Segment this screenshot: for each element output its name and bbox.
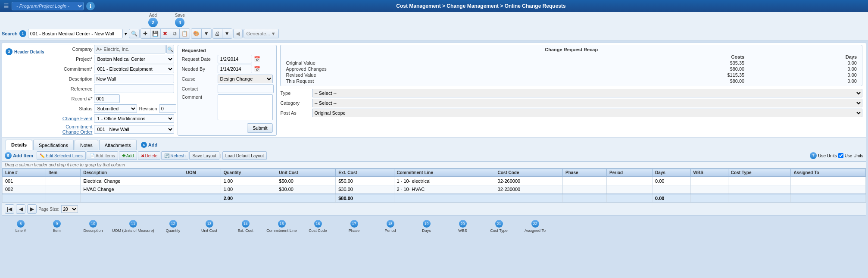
- save-btn[interactable]: 💾: [150, 29, 161, 38]
- cell-wbs[interactable]: [690, 177, 728, 185]
- save-button[interactable]: 4: [175, 18, 184, 27]
- add-items-btn[interactable]: 📄 Add Items: [87, 151, 118, 160]
- type-select[interactable]: -- Select --: [312, 89, 862, 97]
- col-header-phase[interactable]: Phase: [563, 169, 607, 177]
- tab-attachments[interactable]: Attachments: [99, 140, 137, 150]
- cell-phase[interactable]: [563, 185, 607, 194]
- change-event-select[interactable]: 1 - Office Modifications: [94, 114, 174, 123]
- menu-icon[interactable]: ☰: [3, 3, 9, 9]
- col-header-commitment-line[interactable]: Commitment Line: [394, 169, 495, 177]
- delete-btn[interactable]: ✖: [161, 29, 170, 38]
- cell-days[interactable]: 0.00: [652, 177, 690, 185]
- cell-commitment-line[interactable]: 2 - 10- HVAC: [394, 185, 495, 194]
- contact-input[interactable]: [218, 84, 274, 93]
- cell-item[interactable]: [46, 177, 81, 185]
- col-header-cost-type[interactable]: Cost Type: [728, 169, 791, 177]
- cell-ext-cost[interactable]: $30.00: [336, 185, 394, 194]
- use-units-checkbox[interactable]: [838, 153, 843, 158]
- col-header-assigned-to[interactable]: Assigned To: [791, 169, 866, 177]
- cell-period[interactable]: [607, 185, 653, 194]
- reference-input[interactable]: [94, 84, 174, 93]
- col-header-description[interactable]: Description: [81, 169, 183, 177]
- cell-cost-type[interactable]: [728, 177, 791, 185]
- col-header-uom[interactable]: UOM: [183, 169, 221, 177]
- col-header-period[interactable]: Period: [607, 169, 653, 177]
- request-date-cal-icon[interactable]: 📅: [254, 56, 260, 62]
- commitment-co-select[interactable]: 001 - New Wall: [94, 125, 174, 134]
- cell-cost-code[interactable]: 02-260000: [495, 177, 563, 185]
- cell-item[interactable]: [46, 185, 81, 194]
- cell-commitment-line[interactable]: 1 - 10- electrical: [394, 177, 495, 185]
- company-input[interactable]: [94, 45, 165, 53]
- paste-btn[interactable]: 📋: [180, 29, 190, 38]
- search-dropdown-arrow[interactable]: ▼: [124, 31, 128, 36]
- col-header-wbs[interactable]: WBS: [690, 169, 728, 177]
- cell-line-[interactable]: 002: [3, 185, 46, 194]
- needed-by-cal-icon[interactable]: 📅: [254, 66, 260, 72]
- post-as-select[interactable]: Original Scope: [312, 109, 862, 117]
- col-header-line-[interactable]: Line #: [3, 169, 46, 177]
- cell-cost-type[interactable]: [728, 185, 791, 194]
- cell-assigned-to[interactable]: [791, 177, 866, 185]
- cell-line-[interactable]: 001: [3, 177, 46, 185]
- col-header-item[interactable]: Item: [46, 169, 81, 177]
- color-btn[interactable]: 🎨: [191, 29, 202, 38]
- copy-btn[interactable]: ⧉: [170, 29, 180, 38]
- col-header-unit-cost[interactable]: Unit Cost: [276, 169, 336, 177]
- tab-specifications[interactable]: Specifications: [33, 140, 74, 150]
- cell-uom[interactable]: [183, 185, 221, 194]
- commitment-co-label[interactable]: Commitment Change Order: [49, 124, 92, 134]
- back-btn[interactable]: ◀: [233, 29, 243, 38]
- login-dropdown[interactable]: - Program/Project Login -: [12, 2, 84, 10]
- change-event-label[interactable]: Change Event: [49, 116, 92, 121]
- print-btn[interactable]: 🖨: [213, 29, 222, 38]
- cell-description[interactable]: Electrical Change: [81, 177, 183, 185]
- cell-unit-cost[interactable]: $50.00: [276, 177, 336, 185]
- generate-button[interactable]: Generate... ▼: [244, 29, 279, 38]
- cell-cost-code[interactable]: 02-230000: [495, 185, 563, 194]
- submit-button[interactable]: Submit: [247, 123, 273, 133]
- add-button[interactable]: 2: [148, 18, 158, 27]
- cell-quantity[interactable]: 1.00: [221, 177, 276, 185]
- col-header-days[interactable]: Days: [652, 169, 690, 177]
- cell-unit-cost[interactable]: $30.00: [276, 185, 336, 194]
- cause-select[interactable]: Design Change: [218, 75, 273, 83]
- revision-input[interactable]: [159, 104, 176, 113]
- print-dropdown-btn[interactable]: ▼: [222, 29, 232, 38]
- cell-quantity[interactable]: 1.00: [221, 185, 276, 194]
- tab-details[interactable]: Details: [6, 140, 32, 150]
- category-select[interactable]: -- Select --: [312, 99, 862, 107]
- cell-ext-cost[interactable]: $50.00: [336, 177, 394, 185]
- comment-textarea[interactable]: [218, 94, 273, 120]
- cell-phase[interactable]: [563, 177, 607, 185]
- request-date-input[interactable]: [218, 55, 252, 63]
- refresh-btn[interactable]: 🔄 Refresh: [161, 151, 188, 160]
- company-lookup-btn[interactable]: 🔍: [166, 45, 174, 53]
- page-size-select[interactable]: 2050100: [61, 205, 78, 213]
- project-select[interactable]: Boston Medical Center: [94, 55, 174, 63]
- search-button[interactable]: 🔍: [129, 29, 140, 38]
- col-header-ext-cost[interactable]: Ext. Cost: [336, 169, 394, 177]
- cell-wbs[interactable]: [690, 185, 728, 194]
- delete-btn[interactable]: ✖ Delete: [138, 151, 161, 160]
- new-button[interactable]: ✚: [141, 29, 150, 38]
- first-page-btn[interactable]: |◀: [5, 204, 14, 214]
- cell-period[interactable]: [607, 177, 653, 185]
- dropdown-btn[interactable]: ▼: [202, 29, 211, 38]
- col-header-cost-code[interactable]: Cost Code: [495, 169, 563, 177]
- tab-notes[interactable]: Notes: [75, 140, 98, 150]
- search-input[interactable]: [28, 29, 123, 38]
- load-default-btn[interactable]: Load Default Layout: [222, 151, 267, 160]
- needed-by-input[interactable]: [218, 65, 252, 73]
- record-input[interactable]: [94, 94, 120, 103]
- tab-add-label[interactable]: Add: [148, 142, 157, 147]
- cell-days[interactable]: [652, 185, 690, 194]
- prev-page-btn[interactable]: ◀: [16, 204, 25, 214]
- edit-selected-btn[interactable]: ✏️ Edit Selected Lines: [37, 151, 86, 160]
- next-page-btn[interactable]: ▶: [27, 204, 37, 214]
- cell-assigned-to[interactable]: [791, 185, 866, 194]
- save-layout-btn[interactable]: Save Layout: [189, 151, 219, 160]
- add-btn[interactable]: ✚ Add: [119, 151, 137, 160]
- commitment-select[interactable]: 001 - Electrical Equipment: [94, 65, 174, 73]
- col-header-quantity[interactable]: Quantity: [221, 169, 276, 177]
